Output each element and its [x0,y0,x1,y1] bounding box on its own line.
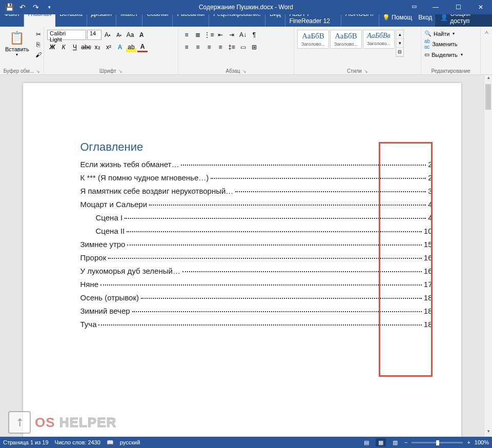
redo-icon[interactable]: ↷ [30,1,42,13]
zoom-out-icon[interactable]: − [404,439,407,445]
toc-entry[interactable]: Моцарт и Сальери4 [80,200,433,209]
ribbon-options-icon[interactable]: ▭ [408,0,420,12]
align-right-icon[interactable]: ≡ [204,42,214,52]
font-group: Calibri Light 14 A▴ A▾ Aa A̷ Ж К Ч abc x… [44,27,178,74]
page-count[interactable]: Страница 1 из 19 [3,439,49,445]
sort-icon[interactable]: A↓ [238,30,248,40]
subscript-button[interactable]: x₂ [92,42,102,52]
paste-button[interactable]: 📋 Вставить ▾ [3,30,31,58]
line-spacing-icon[interactable]: ‡≡ [227,42,237,52]
italic-button[interactable]: К [58,42,69,52]
style-item[interactable]: АаБбВЗаголово... [330,30,362,49]
borders-icon[interactable]: ⊞ [249,42,259,52]
close-icon[interactable]: ✕ [469,0,492,14]
text-effects-icon[interactable]: A [115,42,125,52]
toc-entry[interactable]: Я памятник себе воздвиг нерукотворный…3 [80,187,433,195]
zoom-level[interactable]: 100% [475,439,489,445]
increase-indent-icon[interactable]: ⇥ [227,30,237,40]
toc-leader [211,178,426,179]
vertical-scrollbar[interactable]: ▴ ▾ [484,75,492,437]
decrease-indent-icon[interactable]: ⇤ [215,30,225,40]
select-button[interactable]: ▭Выделить▾ [424,51,463,58]
clipboard-icon: 📋 [9,31,25,45]
dialog-launcher-icon[interactable]: ↘ [118,69,122,74]
toc-title[interactable]: Оглавление [80,140,433,154]
superscript-button[interactable]: x² [104,42,114,52]
toc-leader [182,271,422,272]
zoom-in-icon[interactable]: + [467,439,470,445]
toc-entry[interactable]: Сцена II10 [80,227,433,235]
copy-icon[interactable]: ⎘ [33,40,44,49]
style-item[interactable]: АаБбВЗаголово... [297,30,329,49]
decrease-font-icon[interactable]: A▾ [114,30,124,40]
save-icon[interactable]: 💾 [3,1,15,13]
scroll-up-icon[interactable]: ▴ [484,75,492,83]
title-bar: 💾 ↶ ↷ ▾ Содержание Пушкин.docx - Word ▭ … [0,0,492,14]
number-list-icon[interactable]: ≣ [193,30,203,40]
font-size-select[interactable]: 14 [87,30,101,40]
document-area[interactable]: Оглавление Если жизнь тебя обманет…2К **… [0,75,484,437]
dialog-launcher-icon[interactable]: ↘ [36,69,40,74]
styles-more-icon[interactable]: ⊟ [396,48,403,56]
bullet-list-icon[interactable]: ≡ [181,30,192,40]
undo-icon[interactable]: ↶ [16,1,29,13]
scroll-down-icon[interactable]: ▾ [484,429,492,437]
toc-entry[interactable]: К *** (Я помню чудное мгновенье…)2 [80,173,433,182]
toc-entry[interactable]: Пророк16 [80,253,433,262]
qat-customize-icon[interactable]: ▾ [43,1,55,13]
multilevel-list-icon[interactable]: ⋮≡ [204,30,214,40]
zoom-slider[interactable] [412,442,463,443]
word-count[interactable]: Число слов: 2430 [55,439,100,445]
read-mode-icon[interactable]: ▤ [361,438,372,446]
paragraph-group: ≡ ≣ ⋮≡ ⇤ ⇥ A↓ ¶ ≡ ≡ ≡ ≡ ‡≡ ▭ ⊞ Абзац↘ [178,27,294,74]
toc-entry[interactable]: Если жизнь тебя обманет…2 [80,160,433,169]
toc-entry[interactable]: Няне17 [80,280,433,289]
toc-entry[interactable]: У лукоморья дуб зеленый…16 [80,267,433,275]
language[interactable]: русский [120,439,140,445]
increase-font-icon[interactable]: A▴ [102,30,113,40]
toc-entry[interactable]: Зимнее утро15 [80,240,433,249]
web-layout-icon[interactable]: ▥ [390,438,400,446]
minimize-icon[interactable]: — [424,0,447,14]
font-color-icon[interactable]: A [137,42,148,52]
toc-page: 15 [424,240,433,249]
dialog-launcher-icon[interactable]: ↘ [242,69,247,74]
styles-down-icon[interactable]: ▾ [396,39,403,48]
toc-text: Я памятник себе воздвиг нерукотворный… [80,187,234,195]
bold-button[interactable]: Ж [47,42,57,52]
align-center-icon[interactable]: ≡ [193,42,203,52]
cut-icon[interactable]: ✂ [33,30,44,39]
styles-up-icon[interactable]: ▴ [396,30,403,39]
strikethrough-button[interactable]: abc [81,42,91,52]
toc-entry[interactable]: Зимний вечер18 [80,307,433,315]
toc-entry[interactable]: Туча18 [80,320,433,329]
toc-page: 17 [424,280,433,289]
change-case-icon[interactable]: Aa [125,30,135,40]
toc-leader [127,245,421,246]
page[interactable]: Оглавление Если жизнь тебя обманет…2К **… [23,83,461,437]
font-name-select[interactable]: Calibri Light [47,30,86,40]
find-button[interactable]: 🔍Найти▾ [424,30,455,37]
show-marks-icon[interactable]: ¶ [249,30,259,40]
scrollbar-thumb[interactable] [485,84,491,110]
align-left-icon[interactable]: ≡ [181,42,192,52]
print-layout-icon[interactable]: ▦ [376,438,386,446]
proofing-icon[interactable]: 📖 [107,439,114,446]
quick-access-toolbar: 💾 ↶ ↷ ▾ [0,1,55,13]
toc-text: Моцарт и Сальери [80,200,148,209]
toc-entry[interactable]: Осень (отрывок)18 [80,293,433,302]
justify-icon[interactable]: ≡ [215,42,225,52]
highlight-icon[interactable]: ab [126,42,136,52]
dialog-launcher-icon[interactable]: ↘ [364,69,368,74]
underline-button[interactable]: Ч [70,42,80,52]
maximize-icon[interactable]: ☐ [447,0,469,14]
style-item[interactable]: АаБбВвЗаголово... [363,30,395,49]
format-painter-icon[interactable]: 🖌 [33,50,44,59]
clear-format-icon[interactable]: A̷ [136,30,147,40]
toc-entry[interactable]: Сцена I4 [80,213,433,222]
toc-leader [100,284,422,286]
collapse-ribbon-icon[interactable]: ㅅ [484,29,489,36]
shading-icon[interactable]: ▭ [238,42,248,52]
toc-page: 2 [428,173,432,182]
replace-button[interactable]: abacЗаменить [424,38,458,50]
